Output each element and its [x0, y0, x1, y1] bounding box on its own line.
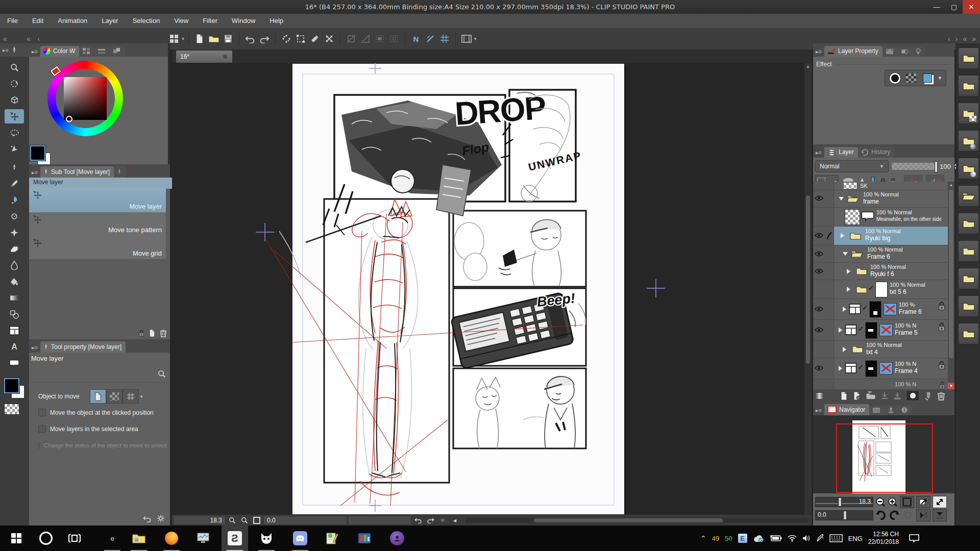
notepad-app-icon[interactable]: [320, 525, 344, 551]
subtool-item-move-layer[interactable]: Move layer: [29, 188, 166, 213]
tool-pencil[interactable]: [5, 177, 24, 191]
start-button[interactable]: [4, 525, 29, 551]
new-file-icon[interactable]: [193, 32, 206, 45]
panel-foreground-swatch[interactable]: [30, 145, 45, 161]
expand-icon[interactable]: [843, 347, 846, 352]
eye-icon[interactable]: [815, 195, 823, 201]
expand-icon[interactable]: [843, 307, 846, 312]
hscroll-left-icon[interactable]: ◂: [450, 516, 460, 524]
reset-all-settings-icon[interactable]: [143, 515, 152, 522]
layer-row-frame6[interactable]: ✓ 100 % Frame 6: [813, 299, 948, 320]
material-folder-favorites[interactable]: ♥: [958, 47, 979, 69]
material-folder-gradient[interactable]: [958, 130, 979, 152]
save-file-icon[interactable]: [222, 32, 235, 45]
effect-layer-color-icon[interactable]: [919, 72, 936, 84]
menu-edit[interactable]: Edit: [25, 14, 51, 28]
workspace-dropdown-icon[interactable]: ▾: [182, 36, 184, 41]
tool-airbrush[interactable]: [5, 209, 24, 223]
tray-e-icon[interactable]: E: [738, 534, 747, 543]
eye-icon[interactable]: [815, 365, 823, 371]
tab-subtool[interactable]: Sub Tool [Move layer]: [40, 166, 114, 178]
undo-icon[interactable]: [243, 32, 257, 45]
checkbox-row-1[interactable]: Move the object at the clicked position: [38, 409, 154, 416]
menu-help[interactable]: Help: [262, 14, 290, 28]
document-tab-close-icon[interactable]: [223, 55, 227, 59]
snap-grid-icon[interactable]: [438, 32, 451, 45]
battery-icon[interactable]: [770, 535, 782, 542]
tool-brush[interactable]: [5, 193, 24, 207]
sv-square[interactable]: [64, 77, 107, 120]
tab-color-set[interactable]: [79, 46, 94, 57]
menu-layer[interactable]: Layer: [94, 14, 126, 28]
menu-window[interactable]: Window: [225, 14, 262, 28]
collapse-right-dock-icon[interactable]: «: [963, 35, 967, 43]
effect-tone-icon[interactable]: [903, 72, 919, 84]
tab-animation-property[interactable]: [883, 47, 898, 57]
tab-quick-share[interactable]: [885, 405, 898, 415]
expand-icon[interactable]: [839, 366, 842, 371]
navigator-zoom-slider[interactable]: 18.3: [815, 497, 873, 507]
tool-object[interactable]: [5, 93, 24, 107]
vscroll-thumb[interactable]: [806, 195, 810, 364]
menu-animation[interactable]: Animation: [51, 14, 94, 28]
material-folder-3d[interactable]: [958, 240, 979, 262]
redo-icon[interactable]: [258, 32, 271, 45]
quick-mask-icon[interactable]: [308, 32, 322, 45]
expand-icon[interactable]: [843, 252, 848, 256]
tool-text[interactable]: A: [5, 340, 24, 354]
layer-row-partial[interactable]: 100 % N: [813, 379, 948, 389]
discord-icon[interactable]: [288, 525, 312, 551]
tool-blend[interactable]: [5, 258, 24, 272]
subtool-menu-icon[interactable]: ▸≡: [29, 167, 40, 178]
layer-property-menu-icon[interactable]: ▸≡: [813, 46, 824, 57]
canvas-fit-icon[interactable]: [252, 516, 262, 524]
material-folder-image[interactable]: ⌂: [958, 268, 979, 289]
menu-file[interactable]: File: [0, 14, 25, 28]
tool-property-settings-icon[interactable]: [158, 370, 166, 378]
deselect-icon[interactable]: [280, 32, 293, 45]
register-settings-icon[interactable]: [157, 514, 165, 522]
collapse-left-dock-icon[interactable]: «: [3, 35, 7, 43]
tab-subtool-alt[interactable]: [114, 166, 126, 178]
tool-pen[interactable]: [5, 160, 24, 174]
navigator-rotation-slider[interactable]: 0.0: [815, 510, 873, 520]
menu-filter[interactable]: Filter: [195, 14, 225, 28]
layer-row-frame[interactable]: 100 % Normal frame: [813, 190, 948, 208]
open-file-icon[interactable]: [207, 32, 220, 45]
canvas-viewport[interactable]: DROP Flop UNWRAP: [172, 63, 804, 514]
checkbox-1[interactable]: [38, 409, 46, 416]
action-center-icon[interactable]: [909, 534, 920, 543]
tool-palette-menu-icon[interactable]: ▸≡: [0, 45, 11, 55]
file-explorer-icon[interactable]: [127, 525, 151, 551]
hscroll-thumb[interactable]: [534, 518, 723, 522]
subtool-group-tab[interactable]: Move layer: [29, 178, 174, 189]
tray-badge-yellow[interactable]: 49: [712, 535, 719, 542]
edge-icon[interactable]: e: [100, 525, 125, 551]
collapse-palette-icon[interactable]: «: [27, 35, 31, 43]
palette-layout-icon[interactable]: [460, 32, 473, 45]
layer-row-ryuki-f6[interactable]: 100 % Normal Ryuki f 6: [813, 263, 948, 280]
expand-icon[interactable]: [839, 197, 844, 201]
checkbox-2[interactable]: [38, 425, 46, 433]
tab-color-wheel[interactable]: Color W: [40, 46, 79, 57]
zoom-slider-handle[interactable]: [838, 497, 842, 507]
layer-row-txt4[interactable]: 100 % Normal txt 4: [813, 341, 948, 358]
expand-icon[interactable]: [847, 269, 850, 274]
tool-move-layer[interactable]: [5, 109, 24, 123]
tool-auto-select[interactable]: [5, 142, 24, 156]
material-folder-brush[interactable]: ✎: [958, 213, 979, 234]
canvas-zoom-in-icon[interactable]: [239, 516, 250, 524]
material-folder-manga[interactable]: ▦: [958, 295, 979, 317]
apply-mask-icon[interactable]: [924, 391, 933, 400]
lock-subtool-icon[interactable]: [138, 330, 144, 337]
transform-icon[interactable]: [323, 32, 336, 45]
eye-icon[interactable]: [815, 268, 823, 274]
layer-list-scrollbar[interactable]: ▲ ▼: [948, 182, 954, 389]
close-button[interactable]: ✕: [963, 0, 980, 14]
new-vector-layer-icon[interactable]: [852, 391, 861, 400]
prev-palette-right-icon[interactable]: ›: [955, 35, 958, 43]
next-palette-right-icon[interactable]: ‹: [948, 35, 950, 43]
navigator-rotate-ccw-icon[interactable]: [875, 511, 887, 520]
rotation-slider-handle[interactable]: [843, 511, 847, 520]
effect-dropdown-icon[interactable]: ▼: [938, 76, 942, 81]
